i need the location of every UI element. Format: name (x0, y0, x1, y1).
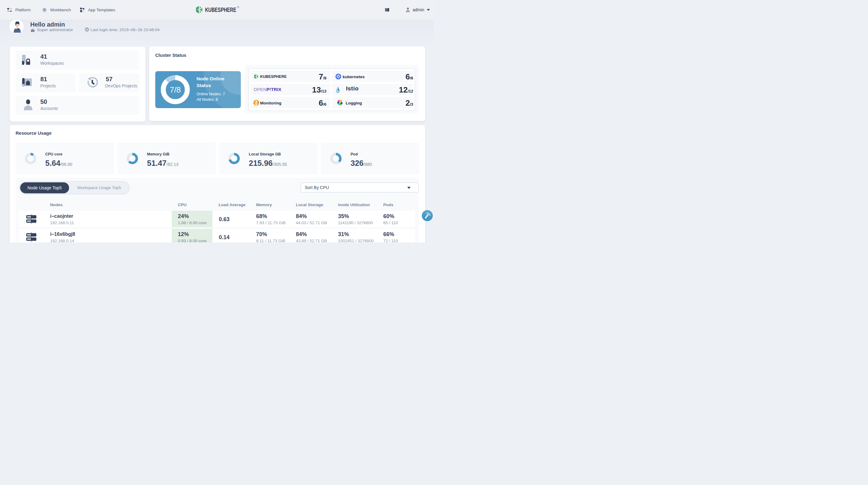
svg-text:®: ® (237, 6, 239, 9)
svg-text:7/8: 7/8 (169, 85, 181, 94)
svg-text:KUBESPHERE: KUBESPHERE (205, 6, 236, 13)
